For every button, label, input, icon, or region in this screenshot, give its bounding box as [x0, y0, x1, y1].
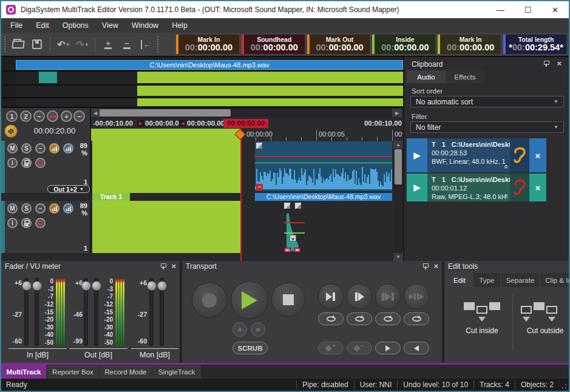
track2-solo-button[interactable]: S — [21, 203, 32, 214]
close-panel-icon[interactable]: × — [557, 61, 562, 67]
hscroll-left-button[interactable]: ◀ — [91, 109, 100, 117]
menu-options[interactable]: Options — [56, 19, 95, 32]
vscroll-up-button[interactable]: ▲ — [393, 141, 403, 149]
collapse-entry-icon[interactable]: » — [501, 164, 509, 169]
menu-window[interactable]: Window — [125, 19, 165, 32]
track1-meter-a-button[interactable] — [49, 143, 59, 154]
zoom-out-time-button[interactable]: − — [73, 110, 85, 122]
tab-audio[interactable]: Audio — [407, 70, 446, 83]
time-ruler[interactable]: 00:00:00 00:00:05 00: — [91, 129, 403, 141]
menu-help[interactable]: Help — [165, 19, 194, 32]
loop-button[interactable] — [347, 313, 372, 325]
remove-marker-button[interactable]: − — [347, 342, 372, 354]
overview-object-small[interactable] — [39, 72, 57, 83]
edit-handle-icon[interactable] — [284, 248, 291, 252]
prelisten-ear-button[interactable] — [510, 174, 529, 201]
track1-name[interactable]: Track 1 — [92, 193, 130, 201]
pin-icon[interactable] — [543, 61, 549, 67]
mark-out-flag-icon[interactable]: ◀ — [179, 120, 186, 127]
fader-knob[interactable] — [147, 281, 157, 291]
overview-object-green-1[interactable] — [137, 72, 403, 83]
volume-point-handle[interactable]: v — [290, 235, 296, 242]
zoom-out-icon[interactable]: − — [120, 36, 134, 52]
overview-object-green-2[interactable] — [137, 86, 403, 96]
vscroll-thumb[interactable] — [395, 149, 402, 184]
tab-type[interactable]: Type — [473, 273, 500, 287]
object-minus-handle[interactable]: − — [256, 184, 263, 191]
fader-knob[interactable] — [157, 281, 167, 291]
menu-file[interactable]: File — [4, 19, 29, 32]
record-button[interactable] — [192, 283, 227, 318]
track2-level-line[interactable] — [284, 222, 305, 223]
entry-play-button[interactable]: ▶ — [407, 174, 427, 201]
track2-meter-a-button[interactable] — [49, 203, 59, 214]
play-from-mark-button[interactable] — [347, 284, 372, 309]
track2-meter-b-button[interactable] — [63, 203, 73, 214]
entry-delete-button[interactable]: × — [529, 174, 546, 201]
collapse-entry-icon[interactable]: » — [501, 194, 509, 198]
clipboard-entry[interactable]: ▶ T1C:\Users\nin\Desktop\ 00:00:01.12 Ra… — [407, 174, 566, 201]
track1-output-select[interactable]: Out 1+2▼ — [47, 185, 90, 193]
loop-button[interactable] — [404, 313, 429, 325]
next-marker-button[interactable] — [375, 342, 401, 354]
track1-meter-b-button[interactable] — [63, 143, 73, 154]
envelope-handle-icon[interactable] — [295, 203, 301, 209]
prev-marker-button[interactable] — [404, 342, 429, 354]
zoom-preset-1-button[interactable]: 1 — [6, 110, 18, 122]
entry-delete-button[interactable]: × — [529, 138, 546, 172]
track2-mute-button[interactable]: M — [7, 203, 18, 214]
pin-icon[interactable] — [422, 263, 429, 269]
track1-info-button[interactable]: i — [7, 158, 18, 168]
scrub-button[interactable]: SCRUB — [232, 342, 268, 354]
hscroll-thumb[interactable] — [100, 109, 231, 117]
playhead-line[interactable] — [240, 129, 242, 261]
pin-icon[interactable] — [160, 263, 166, 269]
tab-effects[interactable]: Effects — [446, 70, 484, 83]
fader-knob[interactable] — [22, 281, 32, 291]
tab-multitrack[interactable]: MultiTrack — [1, 365, 46, 379]
zoom-in-icon[interactable]: + — [101, 36, 115, 52]
toolbar-grip[interactable] — [157, 36, 160, 52]
entry-play-button[interactable]: ▶ — [407, 138, 427, 172]
track1-solo-button[interactable]: S — [21, 143, 32, 154]
entry-info[interactable]: T1C:\Users\nin\Desktop\ 00:00:28.53 BWF,… — [427, 138, 510, 172]
overview-object-green-3[interactable] — [137, 98, 403, 106]
track2-gain-line[interactable] — [284, 232, 305, 234]
track1-green-object[interactable] — [92, 141, 240, 193]
hscroll-right-button[interactable]: ▶ — [392, 109, 402, 117]
overview-object-track1[interactable]: C:\Users\nin\Desktop\Maus-48.mp3.wav — [16, 60, 403, 70]
resize-grip[interactable] — [561, 383, 567, 389]
save-icon[interactable] — [30, 36, 44, 52]
track1-audio-object[interactable]: − — [255, 141, 392, 191]
object-level-line[interactable] — [255, 156, 392, 157]
maximize-button[interactable]: ☐ — [514, 1, 541, 18]
sort-order-select[interactable]: No automatic sort▼ — [410, 96, 564, 107]
tab-record-mode[interactable]: Record Mode — [100, 365, 152, 379]
track1-lock-button[interactable] — [21, 158, 32, 168]
play-skip-button[interactable] — [404, 284, 429, 309]
track1-mute-button[interactable]: M — [7, 143, 18, 154]
prelisten-ear-button[interactable] — [510, 138, 529, 172]
open-file-icon[interactable] — [11, 36, 25, 52]
filter-select[interactable]: No filter▼ — [410, 121, 564, 133]
menu-view[interactable]: View — [95, 19, 125, 32]
waveform-mode-button[interactable] — [4, 124, 18, 138]
play-between-marks-button[interactable] — [375, 284, 401, 309]
loop-button[interactable] — [375, 313, 401, 325]
envelope-handle-icon[interactable] — [284, 203, 290, 209]
undo-icon[interactable]: ↶▾ — [56, 36, 70, 52]
object-gain-line[interactable] — [255, 163, 392, 163]
play-to-mark-button[interactable] — [318, 284, 344, 309]
track2-lock-button[interactable] — [21, 218, 32, 228]
track1-object-label[interactable]: C:\Users\nin\Desktop\Maus-48.mp3.wav — [255, 193, 392, 201]
tab-clip-in[interactable]: Clip & In — [540, 273, 569, 287]
close-button[interactable]: ✕ — [541, 1, 569, 18]
track2-collapse-button[interactable]: − — [35, 203, 46, 214]
zoom-preset-2-button[interactable]: 2 — [20, 110, 32, 122]
object-handle-icon[interactable] — [256, 143, 262, 149]
mark-in-flag-icon[interactable]: ▶ — [137, 120, 144, 127]
close-panel-icon[interactable]: × — [433, 263, 438, 269]
track1-collapse-button[interactable]: − — [35, 143, 46, 154]
step-forward-button[interactable]: » — [251, 322, 265, 337]
tab-singletrack[interactable]: SingleTrack — [152, 365, 201, 379]
